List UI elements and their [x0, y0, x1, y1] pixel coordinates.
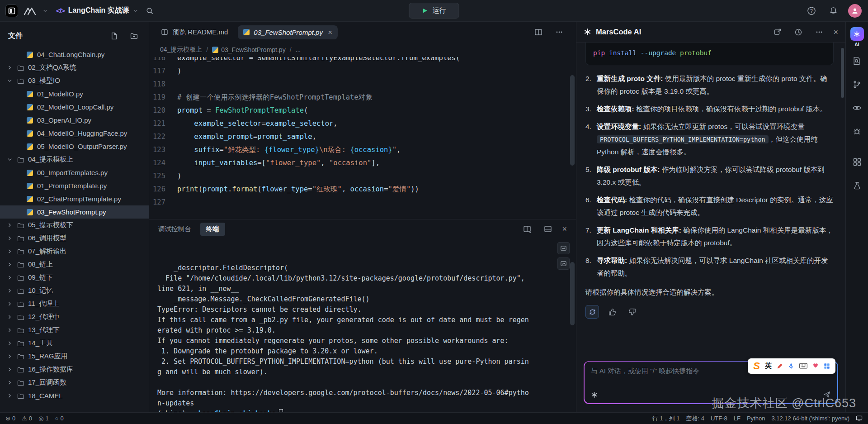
feedback-monitor-icon[interactable] [856, 415, 863, 422]
tree-folder[interactable]: 12_代理中 [0, 310, 149, 324]
tab-fewshotprompt[interactable]: 03_FewShotPrompt.py × [238, 25, 338, 39]
regenerate-icon[interactable] [585, 305, 599, 319]
ime-pen-icon[interactable] [777, 363, 783, 369]
warning-icon[interactable]: ⚠0 [22, 415, 32, 422]
activity-source-control-icon[interactable] [846, 72, 868, 96]
breadcrumb-file[interactable]: 03_FewShotPrompt.py [212, 46, 285, 53]
tab-debug-console[interactable]: 调试控制台 [158, 225, 191, 233]
editor-pane: 预览 README.md 03_FewShotPrompt.py × [149, 22, 576, 219]
ime-language-toggle[interactable]: 英 [765, 362, 772, 370]
code-token: {flower_type} [264, 146, 319, 154]
terminal-scrollbar[interactable] [570, 262, 575, 325]
split-terminal-icon[interactable] [520, 222, 534, 236]
warning-icon: ⚠ [22, 415, 27, 422]
thumbs-up-icon[interactable] [605, 305, 619, 319]
chat-history-icon[interactable] [792, 25, 805, 39]
tree-file[interactable]: 03_FewShotPrompt.py [0, 205, 149, 219]
tree-file[interactable]: 03_OpenAI_IO.py [0, 114, 149, 127]
folder-icon [16, 156, 25, 163]
activity-preview-eye-icon[interactable] [846, 96, 868, 119]
close-tab-icon[interactable]: × [328, 29, 332, 36]
activity-extensions-grid-icon[interactable] [846, 150, 868, 174]
tree-file[interactable]: 04_ChatLongChain.py [0, 48, 149, 61]
status-segment[interactable]: 空格: 4 [686, 414, 704, 423]
code-token: ( [304, 106, 308, 114]
folder-icon [16, 392, 25, 400]
tree-folder[interactable]: 02_文档QA系统 [0, 61, 149, 74]
close-panel-icon[interactable]: × [562, 225, 567, 233]
tree-file[interactable]: 02_ChatPromptTemplate.py [0, 192, 149, 205]
status-segment[interactable]: UTF-8 [711, 415, 727, 422]
chevron-down-icon[interactable] [42, 8, 48, 14]
tree-file[interactable]: 02_ModelIO_LoopCall.py [0, 100, 149, 114]
tree-folder[interactable]: 14_工具 [0, 337, 149, 350]
tree-file[interactable]: 00_ImportTemplates.py [0, 166, 149, 179]
panel-layout-icon[interactable] [541, 222, 555, 236]
help-icon[interactable]: ? [805, 4, 818, 18]
activity-test-flask-icon[interactable] [846, 174, 868, 197]
code-token: protobuf [676, 49, 712, 57]
search-icon[interactable] [143, 4, 156, 18]
run-button[interactable]: 运行 [409, 3, 459, 19]
tree-folder[interactable]: 05_提示模板下 [0, 219, 149, 232]
open-output-in-editor-icon[interactable] [557, 257, 570, 270]
ai-panel-scrollbar[interactable] [841, 48, 844, 98]
open-chat-in-editor-icon[interactable] [771, 25, 784, 39]
status-segment[interactable]: 行 1，列 1 [652, 414, 680, 423]
port-icon[interactable]: ○0 [55, 415, 64, 422]
ime-toolbar[interactable]: S 英 [748, 358, 835, 374]
ime-toolbox-grid-icon[interactable] [824, 363, 830, 369]
split-editor-icon[interactable] [532, 25, 545, 39]
breadcrumb-folder[interactable]: 04_提示模板上 [160, 46, 202, 54]
tree-folder[interactable]: 13_代理下 [0, 324, 149, 337]
tree-folder[interactable]: 09_链下 [0, 271, 149, 284]
tree-folder[interactable]: 11_代理上 [0, 297, 149, 310]
tree-file[interactable]: 01_PromptTemplate.py [0, 179, 149, 192]
ime-keyboard-icon[interactable] [799, 363, 807, 369]
tree-folder[interactable]: 17_回调函数 [0, 376, 149, 389]
tab-terminal[interactable]: 终端 [200, 223, 225, 236]
code-editor[interactable]: 116example_selector = SemanticSimilarity… [149, 57, 576, 219]
editor-scrollbar[interactable] [570, 75, 575, 166]
error-icon[interactable]: ⊗0 [5, 415, 15, 422]
terminal-output[interactable]: _descriptor.FieldDescriptor( File "/home… [149, 238, 576, 412]
code-text: input_variables=["flower_type", "occasio… [177, 157, 380, 170]
new-folder-icon[interactable] [127, 29, 141, 43]
ime-mic-icon[interactable] [788, 363, 794, 369]
tree-folder[interactable]: 04_提示模板上 [0, 153, 149, 166]
new-file-icon[interactable] [107, 29, 121, 43]
open-output-in-editor-icon[interactable] [557, 242, 570, 254]
brand-logo-icon[interactable] [23, 5, 38, 16]
tab-readme-preview[interactable]: 预览 README.md [156, 25, 233, 40]
breadcrumb-symbol[interactable]: ... [296, 46, 301, 53]
tree-file[interactable]: 04_ModelIO_HuggingFace.py [0, 127, 149, 140]
status-segment[interactable]: Python [747, 415, 765, 422]
info-icon[interactable]: ◎1 [38, 415, 49, 422]
tree-folder[interactable]: 18_CAMEL [0, 389, 149, 402]
notifications-bell-icon[interactable] [826, 4, 840, 18]
user-avatar[interactable] [848, 4, 862, 18]
chevron-right-icon [5, 380, 14, 386]
tree-folder[interactable]: 15_RAG应用 [0, 350, 149, 363]
ime-emoji-icon[interactable] [812, 363, 819, 369]
activity-file-search-icon[interactable] [846, 49, 868, 72]
tree-folder[interactable]: 06_调用模型 [0, 232, 149, 245]
status-segment[interactable]: 3.12.12 64-bit ('shims': pyenv) [771, 415, 849, 422]
tree-folder[interactable]: 07_解析输出 [0, 245, 149, 258]
tree-folder[interactable]: 16_操作数据库 [0, 363, 149, 376]
tree-folder[interactable]: 03_模型IO [0, 74, 149, 87]
tree-folder[interactable]: 10_记忆 [0, 284, 149, 297]
tree-file[interactable]: 01_ModelIO.py [0, 87, 149, 100]
status-segment[interactable]: LF [734, 415, 741, 422]
tree-file[interactable]: 05_ModelIO_OutputParser.py [0, 140, 149, 153]
activity-marscode-ai-icon[interactable]: AI [846, 25, 868, 49]
send-message-icon[interactable] [823, 391, 831, 399]
close-panel-icon[interactable]: × [833, 28, 838, 36]
thumbs-down-icon[interactable] [625, 305, 639, 319]
more-actions-icon[interactable] [552, 25, 566, 39]
activity-debug-icon[interactable] [846, 119, 868, 143]
tree-folder[interactable]: 08_链上 [0, 258, 149, 271]
more-actions-icon[interactable] [812, 25, 826, 39]
project-switcher[interactable]: </> LangChain 实战课 [56, 6, 138, 15]
app-logo-icon[interactable] [5, 5, 18, 17]
